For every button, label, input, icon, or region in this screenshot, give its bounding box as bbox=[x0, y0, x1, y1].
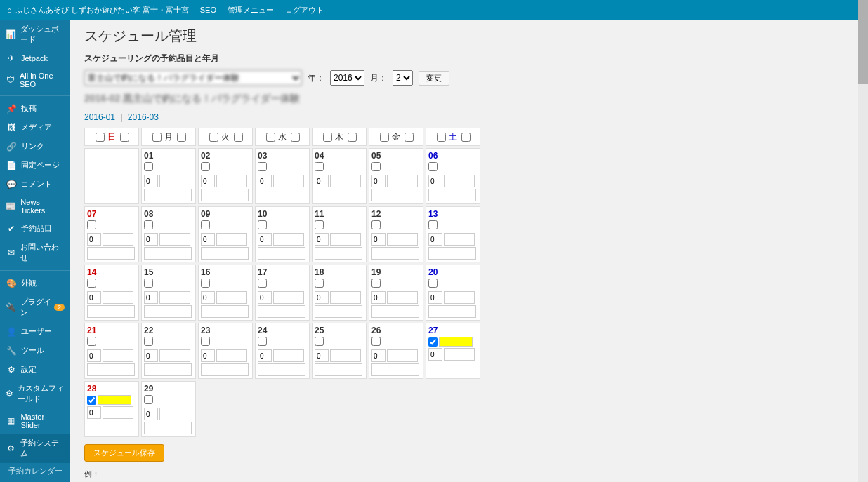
scrollbar[interactable] bbox=[858, 0, 868, 482]
day-column-checkbox[interactable] bbox=[380, 133, 389, 142]
sidebar-item[interactable]: 📊ダッシュボード bbox=[0, 20, 70, 49]
save-schedule-button[interactable]: スケジュール保存 bbox=[84, 444, 164, 462]
note-input[interactable] bbox=[258, 189, 305, 201]
date-checkbox[interactable] bbox=[144, 220, 153, 229]
capacity-input[interactable] bbox=[371, 233, 386, 246]
capacity-input[interactable] bbox=[428, 175, 442, 187]
capacity-input[interactable] bbox=[258, 349, 272, 362]
class-input[interactable] bbox=[387, 349, 418, 362]
class-input[interactable] bbox=[387, 291, 418, 304]
scrollbar-thumb[interactable] bbox=[858, 0, 868, 84]
note-input[interactable] bbox=[258, 247, 305, 260]
note-input[interactable] bbox=[315, 189, 362, 201]
sidebar-subitem[interactable]: 予約カレンダー bbox=[0, 463, 70, 479]
date-checkbox[interactable] bbox=[428, 337, 438, 347]
capacity-input[interactable] bbox=[428, 348, 442, 361]
date-checkbox[interactable] bbox=[371, 337, 381, 346]
sidebar-item[interactable]: ⚙設定 bbox=[0, 360, 70, 379]
note-input[interactable] bbox=[144, 363, 192, 376]
day-column-checkbox2[interactable] bbox=[461, 133, 471, 142]
date-checkbox[interactable] bbox=[144, 337, 153, 346]
note-input[interactable] bbox=[144, 422, 192, 434]
date-checkbox[interactable] bbox=[315, 337, 324, 346]
date-checkbox[interactable] bbox=[201, 337, 210, 346]
class-input[interactable] bbox=[216, 175, 247, 187]
date-checkbox[interactable] bbox=[144, 395, 153, 404]
sidebar-item[interactable]: ✈Jetpack bbox=[0, 49, 70, 67]
class-input[interactable] bbox=[159, 233, 190, 246]
date-checkbox[interactable] bbox=[201, 220, 210, 229]
day-column-checkbox[interactable] bbox=[152, 133, 162, 142]
sidebar-item[interactable]: 👤ユーザー bbox=[0, 322, 70, 341]
date-checkbox[interactable] bbox=[144, 162, 153, 171]
date-checkbox[interactable] bbox=[315, 220, 324, 229]
class-input[interactable] bbox=[159, 349, 190, 362]
class-input[interactable] bbox=[273, 175, 304, 187]
class-input[interactable] bbox=[159, 291, 190, 304]
capacity-input[interactable] bbox=[201, 349, 215, 362]
day-column-checkbox[interactable] bbox=[437, 133, 446, 142]
class-input[interactable] bbox=[273, 349, 304, 362]
note-input[interactable] bbox=[87, 247, 135, 260]
capacity-input[interactable] bbox=[201, 175, 215, 187]
class-input[interactable] bbox=[159, 408, 190, 420]
date-checkbox[interactable] bbox=[258, 337, 267, 346]
date-checkbox[interactable] bbox=[428, 162, 438, 171]
sidebar-item[interactable]: ⚙予約システム bbox=[0, 434, 70, 463]
day-column-checkbox2[interactable] bbox=[120, 133, 129, 142]
class-input[interactable] bbox=[387, 175, 418, 187]
sidebar-item[interactable]: 📌投稿 bbox=[0, 99, 70, 118]
capacity-input[interactable] bbox=[371, 175, 386, 187]
note-input[interactable] bbox=[87, 305, 135, 318]
capacity-input[interactable] bbox=[315, 349, 329, 362]
class-input[interactable] bbox=[444, 291, 475, 304]
class-input[interactable] bbox=[444, 348, 475, 361]
note-input[interactable] bbox=[315, 305, 362, 318]
note-input[interactable] bbox=[315, 247, 362, 260]
capacity-input[interactable] bbox=[428, 233, 442, 246]
capacity-input[interactable] bbox=[371, 349, 386, 362]
seo-link[interactable]: SEO bbox=[200, 6, 216, 14]
day-column-checkbox[interactable] bbox=[323, 133, 332, 142]
year-select[interactable]: 2016 bbox=[330, 70, 364, 86]
class-input[interactable] bbox=[216, 349, 247, 362]
class-input[interactable] bbox=[444, 233, 475, 246]
date-checkbox[interactable] bbox=[258, 162, 267, 171]
class-input[interactable] bbox=[216, 291, 247, 304]
note-input[interactable] bbox=[201, 363, 249, 376]
day-column-checkbox[interactable] bbox=[266, 133, 275, 142]
capacity-input[interactable] bbox=[87, 291, 101, 304]
note-input[interactable] bbox=[201, 189, 249, 201]
date-checkbox[interactable] bbox=[87, 396, 96, 405]
sidebar-item[interactable]: 💬コメント bbox=[0, 175, 70, 194]
sidebar-item[interactable]: ✔予約品目 bbox=[0, 219, 70, 238]
next-month-link[interactable]: 2016-03 bbox=[128, 112, 159, 122]
capacity-input[interactable] bbox=[87, 406, 101, 419]
capacity-input[interactable] bbox=[371, 291, 386, 304]
day-column-checkbox2[interactable] bbox=[291, 133, 300, 142]
day-column-checkbox2[interactable] bbox=[348, 133, 357, 142]
date-checkbox[interactable] bbox=[371, 220, 381, 229]
date-checkbox[interactable] bbox=[315, 162, 324, 171]
class-input[interactable] bbox=[330, 175, 361, 187]
class-input[interactable] bbox=[103, 406, 133, 419]
sidebar-item[interactable]: 🛡All in One SEO bbox=[0, 67, 70, 93]
class-input[interactable] bbox=[330, 233, 361, 246]
date-checkbox[interactable] bbox=[258, 279, 267, 288]
capacity-input[interactable] bbox=[144, 233, 158, 246]
date-checkbox[interactable] bbox=[201, 279, 210, 288]
capacity-input[interactable] bbox=[428, 291, 442, 304]
date-checkbox[interactable] bbox=[144, 279, 153, 288]
sidebar-item[interactable]: 🔗リンク bbox=[0, 137, 70, 156]
date-checkbox[interactable] bbox=[87, 220, 96, 229]
day-column-checkbox2[interactable] bbox=[405, 133, 414, 142]
date-checkbox[interactable] bbox=[201, 162, 210, 171]
note-input[interactable] bbox=[371, 363, 419, 376]
sidebar-item[interactable]: ⚙カスタムフィールド bbox=[0, 379, 70, 408]
note-input[interactable] bbox=[258, 363, 305, 376]
capacity-input[interactable] bbox=[315, 233, 329, 246]
note-input[interactable] bbox=[201, 305, 249, 318]
note-input[interactable] bbox=[371, 247, 419, 260]
class-input[interactable] bbox=[387, 233, 418, 246]
day-column-checkbox[interactable] bbox=[96, 133, 105, 142]
